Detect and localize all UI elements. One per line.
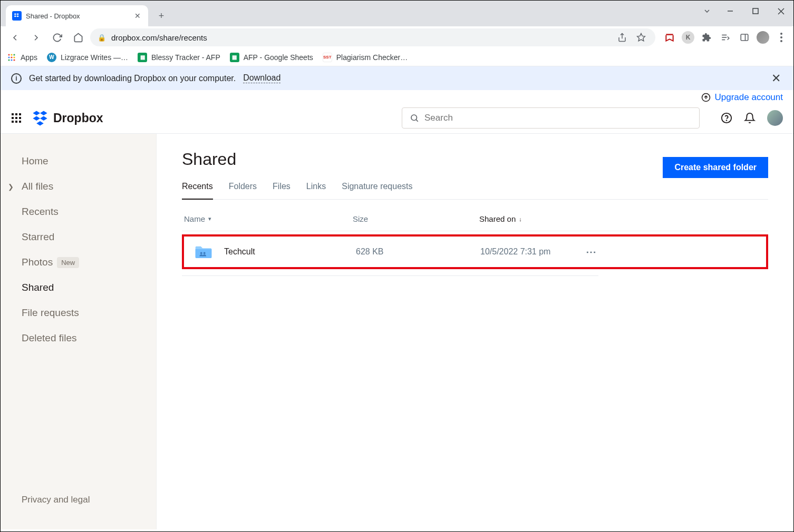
highlighted-row: Techcult 628 KB 10/5/2022 7:31 pm ⋯ — [182, 234, 768, 269]
help-icon[interactable] — [721, 112, 732, 124]
close-tab-icon[interactable]: ✕ — [133, 12, 142, 20]
close-window-button[interactable] — [768, 1, 793, 22]
star-icon[interactable] — [634, 31, 648, 44]
shared-folder-icon — [195, 244, 212, 259]
browser-tab[interactable]: Shared - Dropbox ✕ — [6, 5, 148, 26]
bookmark-apps[interactable]: Apps — [7, 53, 37, 62]
row-more-icon[interactable]: ⋯ — [586, 245, 607, 258]
lock-icon: 🔒 — [98, 34, 106, 42]
svg-point-19 — [13, 56, 15, 58]
bookmark-lizgrace[interactable]: W Lizgrace Writes —… — [47, 53, 128, 62]
svg-point-16 — [13, 54, 15, 55]
svg-marker-5 — [637, 34, 645, 41]
table-header: Name▾ Size Shared on↓ — [182, 214, 768, 231]
url-text: dropbox.com/share/recents — [111, 33, 610, 42]
forward-button[interactable] — [27, 28, 45, 46]
k-profile-icon[interactable]: K — [682, 31, 694, 44]
svg-point-15 — [11, 54, 12, 55]
sst-icon: SST — [323, 53, 332, 62]
tab-signature-requests[interactable]: Signature requests — [342, 182, 412, 199]
notifications-icon[interactable] — [744, 112, 756, 124]
search-input[interactable] — [424, 113, 692, 123]
svg-rect-31 — [12, 121, 14, 123]
sidebar-item-deleted-files[interactable]: Deleted files — [1, 326, 156, 351]
svg-line-35 — [416, 120, 418, 121]
svg-point-17 — [8, 56, 9, 58]
tab-recents[interactable]: Recents — [182, 182, 213, 200]
svg-point-21 — [11, 59, 12, 61]
sidebar-item-recents[interactable]: Recents — [1, 199, 156, 224]
side-panel-icon[interactable] — [738, 31, 751, 44]
new-badge: New — [57, 257, 79, 268]
svg-point-12 — [780, 36, 782, 38]
user-avatar[interactable] — [767, 110, 783, 126]
tab-title: Shared - Dropbox — [26, 12, 129, 20]
dropbox-logo[interactable]: Dropbox — [31, 109, 103, 127]
app-header: Dropbox — [1, 103, 793, 133]
chrome-menu-icon[interactable] — [774, 31, 788, 44]
sidebar: Home ❯All files Recents Starred PhotosNe… — [1, 134, 157, 529]
svg-point-22 — [13, 59, 15, 61]
tab-search-icon[interactable] — [696, 1, 718, 22]
row-divider — [182, 275, 598, 276]
sheets-icon: ▦ — [138, 53, 147, 62]
sidebar-item-shared[interactable]: Shared — [1, 275, 156, 300]
sidebar-item-file-requests[interactable]: File requests — [1, 300, 156, 326]
tab-links[interactable]: Links — [306, 182, 326, 199]
svg-rect-26 — [15, 113, 17, 115]
banner-close-icon[interactable]: ✕ — [769, 70, 783, 87]
row-name: Techcult — [224, 247, 255, 257]
reading-list-icon[interactable] — [719, 31, 732, 44]
apps-grid-icon — [7, 53, 16, 62]
table-row[interactable]: Techcult 628 KB 10/5/2022 7:31 pm ⋯ — [185, 238, 765, 266]
tab-folders[interactable]: Folders — [229, 182, 257, 199]
create-shared-folder-button[interactable]: Create shared folder — [663, 157, 768, 178]
search-box[interactable] — [402, 107, 700, 129]
svg-point-20 — [8, 59, 9, 61]
dropbox-favicon — [12, 11, 22, 21]
upgrade-row: Upgrade account — [1, 90, 793, 103]
content-tabs: Recents Folders Files Links Signature re… — [182, 182, 768, 200]
column-shared-on[interactable]: Shared on↓ — [479, 214, 595, 223]
sidebar-item-home[interactable]: Home — [1, 149, 156, 174]
upgrade-link[interactable]: Upgrade account — [715, 92, 783, 103]
share-icon[interactable] — [615, 31, 629, 44]
mcafee-icon[interactable] — [663, 31, 676, 44]
chrome-profile-avatar[interactable] — [757, 31, 769, 44]
back-button[interactable] — [6, 28, 24, 46]
svg-rect-25 — [12, 113, 14, 115]
extensions-icon[interactable] — [700, 31, 713, 44]
dropbox-icon — [31, 109, 49, 127]
maximize-button[interactable] — [743, 1, 768, 22]
column-size[interactable]: Size — [353, 214, 479, 223]
tab-files[interactable]: Files — [273, 182, 291, 199]
row-shared-on: 10/5/2022 7:31 pm — [480, 247, 586, 257]
sidebar-item-starred[interactable]: Starred — [1, 224, 156, 250]
address-bar: 🔒 dropbox.com/share/recents K — [1, 26, 793, 48]
app-grid-icon[interactable] — [11, 113, 22, 123]
svg-point-34 — [411, 115, 417, 121]
bookmark-afp[interactable]: ▦ AFP - Google Sheets — [230, 53, 313, 62]
minimize-button[interactable] — [718, 1, 743, 22]
svg-rect-1 — [753, 8, 758, 14]
home-button[interactable] — [69, 28, 87, 46]
banner-text: Get started by downloading Dropbox on yo… — [29, 74, 236, 83]
download-link[interactable]: Download — [243, 73, 280, 83]
download-banner: i Get started by downloading Dropbox on … — [1, 66, 793, 90]
bookmark-plagiarism[interactable]: SST Plagiarism Checker… — [323, 53, 408, 62]
new-tab-button[interactable]: + — [153, 8, 169, 24]
upgrade-icon — [701, 93, 711, 102]
column-name[interactable]: Name▾ — [184, 214, 353, 223]
sidebar-item-photos[interactable]: PhotosNew — [1, 250, 156, 275]
sort-down-icon: ↓ — [519, 216, 522, 222]
sidebar-item-all-files[interactable]: ❯All files — [1, 174, 156, 199]
search-icon — [410, 113, 419, 123]
main-content: Shared Create shared folder Recents Fold… — [157, 134, 793, 529]
url-input[interactable]: 🔒 dropbox.com/share/recents — [90, 28, 655, 46]
reload-button[interactable] — [48, 28, 66, 46]
bookmark-blessy[interactable]: ▦ Blessy Tracker - AFP — [138, 53, 220, 62]
brand-text: Dropbox — [53, 111, 103, 125]
svg-point-39 — [204, 252, 206, 254]
sidebar-footer-link[interactable]: Privacy and legal — [1, 495, 156, 515]
sort-down-icon: ▾ — [208, 215, 211, 222]
